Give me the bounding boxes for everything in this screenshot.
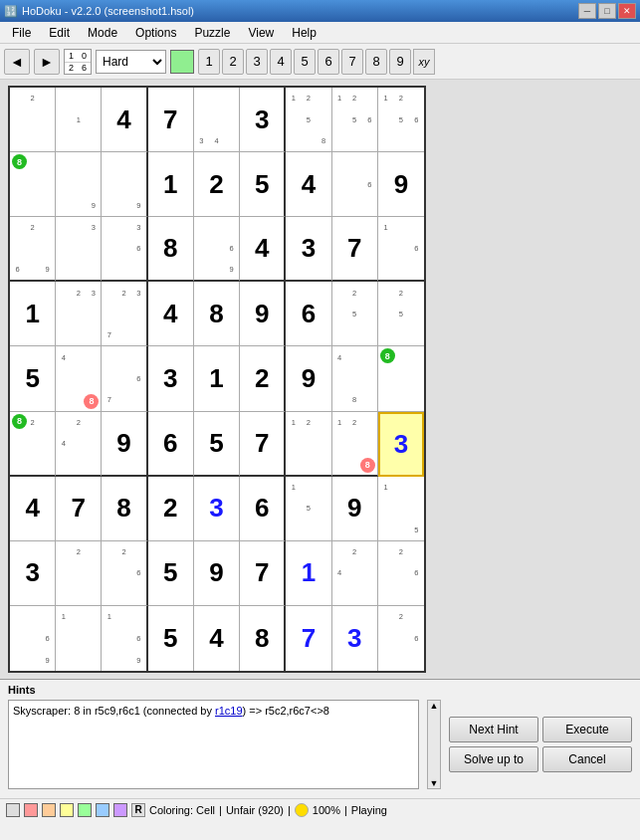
cell-r4-c8[interactable]: 8 <box>378 346 424 411</box>
cell-r8-c1[interactable]: 1 <box>56 606 102 671</box>
cell-r1-c1[interactable]: 9 <box>56 152 102 217</box>
menu-mode[interactable]: Mode <box>80 24 125 42</box>
cell-r3-c4[interactable]: 8 <box>194 282 240 346</box>
cell-r3-c1[interactable]: 23 <box>56 282 102 346</box>
cell-r0-c6[interactable]: 1258 <box>286 88 331 152</box>
num-3-button[interactable]: 3 <box>246 49 268 75</box>
menu-puzzle[interactable]: Puzzle <box>186 24 238 42</box>
cell-r1-c7[interactable]: 6 <box>332 152 378 217</box>
cell-r5-c1[interactable]: 24 <box>56 412 102 477</box>
cell-r1-c8[interactable]: 9 <box>378 152 424 217</box>
cancel-button[interactable]: Cancel <box>542 746 632 772</box>
cell-r8-c7[interactable]: 3 <box>332 606 378 671</box>
cell-r6-c0[interactable]: 4 <box>10 477 56 541</box>
num-7-button[interactable]: 7 <box>341 49 363 75</box>
num-5-button[interactable]: 5 <box>294 49 316 75</box>
cell-r3-c7[interactable]: 25 <box>332 282 378 346</box>
cell-r8-c0[interactable]: 69 <box>10 606 56 671</box>
cell-r6-c3[interactable]: 2 <box>148 477 194 541</box>
cell-r2-c7[interactable]: 7 <box>332 217 378 282</box>
cell-r6-c6[interactable]: 15 <box>286 477 331 541</box>
cell-r0-c4[interactable]: 34 <box>194 88 240 152</box>
next-hint-button[interactable]: Next Hint <box>449 717 538 742</box>
color-7[interactable] <box>113 803 127 817</box>
cell-r7-c8[interactable]: 26 <box>378 541 424 606</box>
cell-r4-c1[interactable]: 48 <box>56 346 102 411</box>
cell-r3-c3[interactable]: 4 <box>148 282 194 346</box>
scroll-up[interactable]: ▲ <box>428 701 440 711</box>
cell-r5-c7[interactable]: 128 <box>332 412 378 477</box>
cell-r1-c2[interactable]: 9 <box>102 152 147 217</box>
cell-r5-c2[interactable]: 9 <box>102 412 147 477</box>
cell-r4-c3[interactable]: 3 <box>148 346 194 411</box>
cell-r6-c7[interactable]: 9 <box>332 477 378 541</box>
execute-button[interactable]: Execute <box>542 717 632 742</box>
cell-r7-c6[interactable]: 1 <box>286 541 331 606</box>
color-2[interactable] <box>24 803 38 817</box>
cell-r2-c4[interactable]: 69 <box>194 217 240 282</box>
cell-r6-c5[interactable]: 6 <box>240 477 286 541</box>
cell-r7-c3[interactable]: 5 <box>148 541 194 606</box>
cell-r2-c8[interactable]: 16 <box>378 217 424 282</box>
num-2-button[interactable]: 2 <box>222 49 244 75</box>
cell-r5-c5[interactable]: 7 <box>240 412 286 477</box>
cell-r3-c6[interactable]: 6 <box>286 282 331 346</box>
menu-file[interactable]: File <box>4 24 39 42</box>
cell-r2-c6[interactable]: 3 <box>286 217 331 282</box>
menu-help[interactable]: Help <box>284 24 324 42</box>
cell-r2-c0[interactable]: 269 <box>10 217 56 282</box>
cell-r7-c0[interactable]: 3 <box>10 541 56 606</box>
cell-r4-c0[interactable]: 5 <box>10 346 56 411</box>
num-4-button[interactable]: 4 <box>270 49 292 75</box>
color-5[interactable] <box>78 803 92 817</box>
cell-r7-c5[interactable]: 7 <box>240 541 286 606</box>
cell-r4-c6[interactable]: 9 <box>286 346 331 411</box>
cell-r8-c2[interactable]: 169 <box>102 606 147 671</box>
hints-scrollbar[interactable]: ▲ ▼ <box>427 700 441 789</box>
cell-r3-c5[interactable]: 9 <box>240 282 286 346</box>
cell-r6-c2[interactable]: 8 <box>102 477 147 541</box>
cell-r0-c5[interactable]: 3 <box>240 88 286 152</box>
cell-r8-c8[interactable]: 26 <box>378 606 424 671</box>
cell-r2-c1[interactable]: 3 <box>56 217 102 282</box>
cell-r1-c0[interactable]: 8 <box>10 152 56 217</box>
cell-r7-c1[interactable]: 2 <box>56 541 102 606</box>
cell-r0-c0[interactable]: 2 <box>10 88 56 152</box>
cell-r4-c4[interactable]: 1 <box>194 346 240 411</box>
color-1[interactable] <box>6 803 20 817</box>
maximize-button[interactable]: □ <box>598 3 616 19</box>
menu-edit[interactable]: Edit <box>41 24 78 42</box>
cell-r6-c1[interactable]: 7 <box>56 477 102 541</box>
num-8-button[interactable]: 8 <box>365 49 387 75</box>
redo-button[interactable]: ► <box>34 49 60 75</box>
cell-r1-c4[interactable]: 2 <box>194 152 240 217</box>
menu-options[interactable]: Options <box>127 24 184 42</box>
cell-r0-c3[interactable]: 7 <box>148 88 194 152</box>
minimize-button[interactable]: ─ <box>578 3 596 19</box>
cell-r8-c6[interactable]: 7 <box>286 606 331 671</box>
cell-r1-c3[interactable]: 1 <box>148 152 194 217</box>
menu-view[interactable]: View <box>240 24 282 42</box>
cell-r4-c7[interactable]: 48 <box>332 346 378 411</box>
cell-r4-c5[interactable]: 2 <box>240 346 286 411</box>
cell-r7-c2[interactable]: 26 <box>102 541 147 606</box>
cell-r4-c2[interactable]: 67 <box>102 346 147 411</box>
color-4[interactable] <box>60 803 74 817</box>
cell-r8-c3[interactable]: 5 <box>148 606 194 671</box>
solve-up-button[interactable]: Solve up to <box>449 746 538 772</box>
cell-r3-c2[interactable]: 237 <box>102 282 147 346</box>
hints-text-area[interactable]: Skyscraper: 8 in r5c9,r6c1 (connected by… <box>8 700 419 789</box>
cell-r6-c8[interactable]: 15 <box>378 477 424 541</box>
cell-r0-c2[interactable]: 4 <box>102 88 147 152</box>
cell-r7-c4[interactable]: 9 <box>194 541 240 606</box>
cell-r0-c1[interactable]: 1 <box>56 88 102 152</box>
cell-r8-c5[interactable]: 8 <box>240 606 286 671</box>
cell-r3-c0[interactable]: 1 <box>10 282 56 346</box>
cell-r6-c4[interactable]: 3 <box>194 477 240 541</box>
difficulty-select[interactable]: Hard Easy Medium Extreme <box>96 50 166 74</box>
cell-r5-c3[interactable]: 6 <box>148 412 194 477</box>
cell-r1-c6[interactable]: 4 <box>286 152 331 217</box>
cell-r1-c5[interactable]: 5 <box>240 152 286 217</box>
xy-button[interactable]: xy <box>413 49 435 75</box>
cell-r5-c0[interactable]: 28 <box>10 412 56 477</box>
